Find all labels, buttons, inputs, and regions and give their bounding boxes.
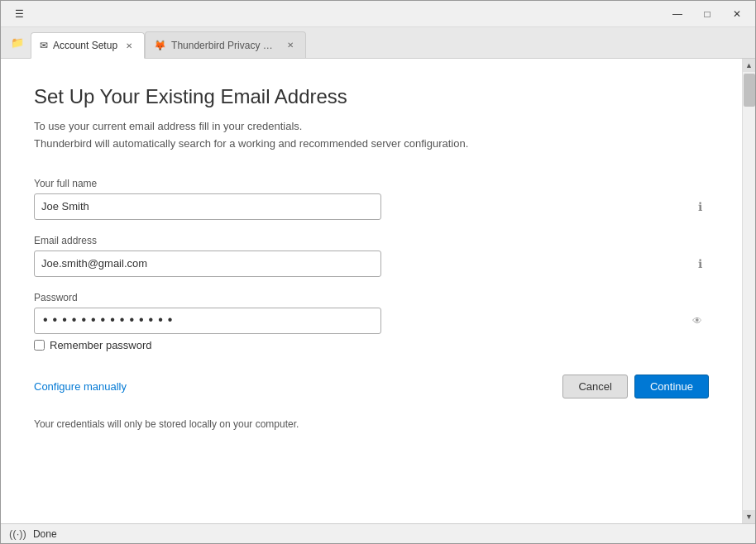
- main-content: Set Up Your Existing Email Address To us…: [1, 59, 742, 523]
- menu-button[interactable]: ☰: [7, 6, 31, 22]
- folder-icon: 📁: [11, 36, 24, 49]
- scroll-up-button[interactable]: ▲: [743, 59, 756, 72]
- password-input-wrapper: 👁: [34, 308, 709, 334]
- scroll-down-button[interactable]: ▼: [743, 510, 756, 523]
- status-text: Done: [33, 528, 57, 540]
- app-window: ☰ — □ ✕ 📁 ✉ Account Setup ✕ 🦊 Thunderbir…: [0, 0, 756, 544]
- page-desc-line2: Thunderbird will automatically search fo…: [34, 136, 709, 153]
- content-area: Set Up Your Existing Email Address To us…: [1, 59, 755, 523]
- tab-account-setup-label: Account Setup: [53, 40, 117, 51]
- scrollbar: ▲ ▼: [742, 59, 755, 523]
- tab-bar: 📁 ✉ Account Setup ✕ 🦊 Thunderbird Privac…: [1, 27, 755, 59]
- email-input-wrapper: ℹ: [34, 251, 709, 277]
- password-group: Password 👁 Remember password: [34, 292, 709, 351]
- fullname-input[interactable]: [34, 193, 381, 220]
- page-desc-line1: To use your current email address fill i…: [34, 118, 709, 136]
- scroll-track[interactable]: [743, 72, 756, 510]
- fullname-input-wrapper: ℹ: [34, 193, 709, 220]
- remember-password-row: Remember password: [34, 339, 709, 351]
- email-info-icon[interactable]: ℹ: [698, 257, 702, 270]
- footer-note: Your credentials will only be stored loc…: [34, 418, 709, 430]
- password-input[interactable]: [34, 308, 381, 334]
- maximize-button[interactable]: □: [696, 6, 719, 22]
- tab-privacy[interactable]: 🦊 Thunderbird Privacy Notice — Moz ✕: [145, 31, 306, 58]
- tab-privacy-close[interactable]: ✕: [284, 39, 297, 52]
- status-icon: ((·)): [9, 527, 26, 540]
- page-description: To use your current email address fill i…: [34, 118, 709, 153]
- configure-manually-button[interactable]: Configure manually: [34, 380, 127, 393]
- email-label: Email address: [34, 235, 709, 246]
- password-label: Password: [34, 292, 709, 303]
- tab-account-setup-close[interactable]: ✕: [122, 39, 136, 52]
- scroll-thumb[interactable]: [744, 74, 755, 107]
- folder-tab[interactable]: 📁: [4, 26, 31, 58]
- password-toggle-icon[interactable]: 👁: [692, 315, 702, 327]
- continue-button[interactable]: Continue: [634, 375, 709, 398]
- action-row: Configure manually Cancel Continue: [34, 375, 709, 398]
- remember-password-label: Remember password: [50, 339, 152, 351]
- remember-password-checkbox[interactable]: [34, 340, 45, 351]
- title-bar: ☰ — □ ✕: [1, 1, 755, 27]
- minimize-button[interactable]: —: [666, 6, 689, 22]
- cancel-button[interactable]: Cancel: [562, 375, 627, 398]
- page-title: Set Up Your Existing Email Address: [34, 85, 709, 108]
- email-tab-icon: ✉: [40, 40, 48, 51]
- status-bar: ((·)) Done: [1, 523, 755, 543]
- fullname-info-icon[interactable]: ℹ: [698, 200, 702, 213]
- email-group: Email address ℹ: [34, 235, 709, 277]
- fullname-group: Your full name ℹ: [34, 178, 709, 220]
- email-input[interactable]: [34, 251, 381, 277]
- tab-account-setup[interactable]: ✉ Account Setup ✕: [31, 32, 145, 59]
- tab-privacy-label: Thunderbird Privacy Notice — Moz: [171, 40, 279, 51]
- fullname-label: Your full name: [34, 178, 709, 189]
- privacy-tab-icon: 🦊: [154, 40, 166, 51]
- close-button[interactable]: ✕: [725, 6, 749, 22]
